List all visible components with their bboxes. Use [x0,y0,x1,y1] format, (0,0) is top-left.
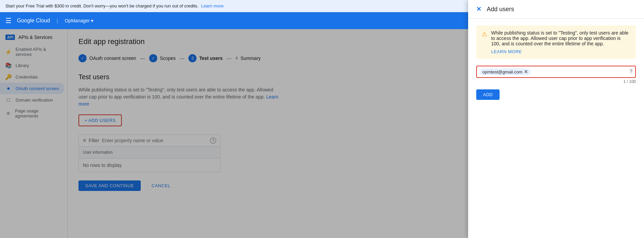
email-input-container[interactable]: opmtest@gmail.com ✕ ? [476,66,636,78]
banner-text: Start your Free Trial with $300 in credi… [5,3,199,8]
panel-learn-more[interactable]: LEARN MORE [491,49,630,54]
banner-learn-more[interactable]: Learn more [201,3,224,8]
chip-remove-icon[interactable]: ✕ [524,69,528,74]
add-users-panel: ✕ Add users ⚠ While publishing status is… [468,0,644,238]
email-chip-text: opmtest@gmail.com [482,69,523,74]
warning-icon: ⚠ [482,30,487,54]
side-panel-title: Add users [487,6,514,13]
email-chip: opmtest@gmail.com ✕ [480,68,531,75]
email-counter: 1 / 100 [476,79,636,84]
chevron-down-icon: ▾ [91,18,93,23]
warning-box: ⚠ While publishing status is set to "Tes… [476,25,636,59]
add-button[interactable]: ADD [476,89,500,100]
header-separator: | [57,18,58,23]
google-cloud-logo: Google Cloud [17,18,50,24]
menu-icon[interactable]: ☰ [5,17,12,25]
email-text-input[interactable] [533,69,627,74]
project-name: OpManager [65,18,90,23]
warning-text: While publishing status is set to "Testi… [491,30,628,46]
email-help-icon[interactable]: ? [629,69,632,75]
side-panel-header: ✕ Add users [468,0,644,19]
project-selector[interactable]: OpManager ▾ [65,18,93,23]
logo-text: Google Cloud [17,18,50,24]
warning-content: While publishing status is set to "Testi… [491,30,630,54]
side-panel-content: ⚠ While publishing status is set to "Tes… [468,19,644,238]
close-icon[interactable]: ✕ [476,5,481,13]
